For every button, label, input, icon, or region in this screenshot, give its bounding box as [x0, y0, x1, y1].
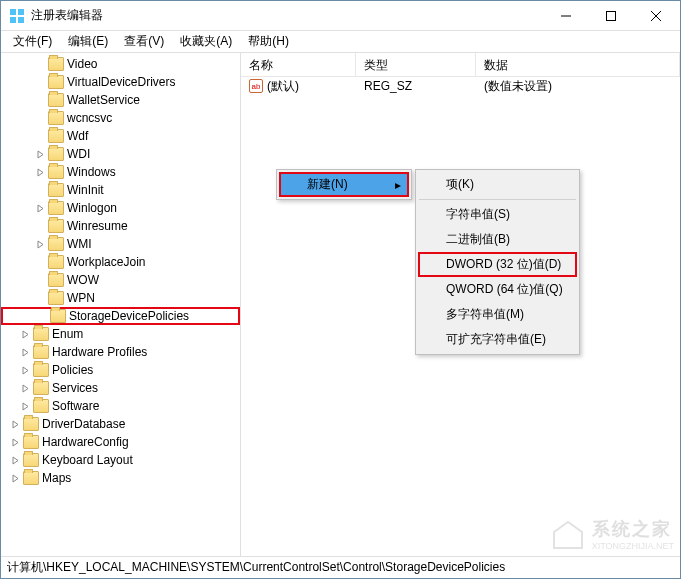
folder-icon [33, 363, 49, 377]
tree-node-video[interactable]: Video [1, 55, 240, 73]
tree-expander-icon[interactable] [7, 434, 23, 450]
tree-node-hardware-profiles[interactable]: Hardware Profiles [1, 343, 240, 361]
tree-node-windows[interactable]: Windows [1, 163, 240, 181]
col-name[interactable]: 名称 [241, 53, 356, 76]
submenu-item[interactable]: DWORD (32 位)值(D) [418, 252, 577, 277]
submenu-item[interactable]: 二进制值(B) [418, 227, 577, 252]
menu-edit[interactable]: 编辑(E) [60, 31, 116, 52]
value-type: REG_SZ [356, 79, 476, 93]
tree-label: Hardware Profiles [52, 345, 147, 359]
tree-node-wcncsvc[interactable]: wcncsvc [1, 109, 240, 127]
tree-node-winresume[interactable]: Winresume [1, 217, 240, 235]
submenu-item[interactable]: 可扩充字符串值(E) [418, 327, 577, 352]
tree-expander-icon[interactable] [17, 362, 33, 378]
tree-expander-icon[interactable] [32, 236, 48, 252]
tree-node-walletservice[interactable]: WalletService [1, 91, 240, 109]
folder-icon [48, 201, 64, 215]
folder-icon [33, 345, 49, 359]
tree-node-virtualdevicedrivers[interactable]: VirtualDeviceDrivers [1, 73, 240, 91]
tree-label: VirtualDeviceDrivers [67, 75, 175, 89]
tree-expander-icon[interactable] [7, 452, 23, 468]
tree-node-enum[interactable]: Enum [1, 325, 240, 343]
context-menu: 新建(N) ▸ 项(K)字符串值(S)二进制值(B)DWORD (32 位)值(… [276, 169, 412, 200]
tree-node-maps[interactable]: Maps [1, 469, 240, 487]
tree-expander-icon [32, 110, 48, 126]
tree-expander-icon[interactable] [17, 380, 33, 396]
tree-node-policies[interactable]: Policies [1, 361, 240, 379]
maximize-button[interactable] [588, 1, 633, 30]
tree-node-wow[interactable]: WOW [1, 271, 240, 289]
submenu-new: 项(K)字符串值(S)二进制值(B)DWORD (32 位)值(D)QWORD … [415, 169, 580, 355]
tree-label: Software [52, 399, 99, 413]
svg-rect-1 [18, 9, 24, 15]
tree-expander-icon[interactable] [17, 344, 33, 360]
tree-label: WOW [67, 273, 99, 287]
tree-node-wininit[interactable]: WinInit [1, 181, 240, 199]
menu-help[interactable]: 帮助(H) [240, 31, 297, 52]
tree-node-wmi[interactable]: WMI [1, 235, 240, 253]
tree-expander-icon [32, 74, 48, 90]
tree-expander-icon[interactable] [32, 146, 48, 162]
tree-node-services[interactable]: Services [1, 379, 240, 397]
folder-icon [23, 453, 39, 467]
svg-rect-2 [10, 17, 16, 23]
tree-label: WalletService [67, 93, 140, 107]
ctx-new[interactable]: 新建(N) ▸ [279, 172, 409, 197]
submenu-item[interactable]: 字符串值(S) [418, 202, 577, 227]
minimize-button[interactable] [543, 1, 588, 30]
tree-label: Keyboard Layout [42, 453, 133, 467]
tree-node-software[interactable]: Software [1, 397, 240, 415]
tree-expander-icon[interactable] [17, 326, 33, 342]
tree-label: wcncsvc [67, 111, 112, 125]
tree-node-wpn[interactable]: WPN [1, 289, 240, 307]
col-data[interactable]: 数据 [476, 53, 680, 76]
tree-expander-icon[interactable] [32, 200, 48, 216]
close-button[interactable] [633, 1, 678, 30]
tree-expander-icon[interactable] [17, 398, 33, 414]
tree-label: WDI [67, 147, 90, 161]
tree-node-wdf[interactable]: Wdf [1, 127, 240, 145]
menu-view[interactable]: 查看(V) [116, 31, 172, 52]
tree-label: WMI [67, 237, 92, 251]
tree-expander-icon [32, 218, 48, 234]
folder-icon [23, 471, 39, 485]
tree-node-workplacejoin[interactable]: WorkplaceJoin [1, 253, 240, 271]
tree-expander-icon [32, 92, 48, 108]
tree-expander-icon[interactable] [7, 470, 23, 486]
col-type[interactable]: 类型 [356, 53, 476, 76]
submenu-item[interactable]: 多字符串值(M) [418, 302, 577, 327]
tree-label: Video [67, 57, 97, 71]
chevron-right-icon: ▸ [395, 178, 401, 192]
tree-expander-icon [32, 182, 48, 198]
list-row-default[interactable]: ab (默认) REG_SZ (数值未设置) [241, 77, 680, 95]
tree-expander-icon [32, 56, 48, 72]
menu-file[interactable]: 文件(F) [5, 31, 60, 52]
folder-icon [48, 165, 64, 179]
folder-icon [48, 219, 64, 233]
tree-panel[interactable]: VideoVirtualDeviceDriversWalletServicewc… [1, 53, 241, 556]
titlebar: 注册表编辑器 [1, 1, 680, 31]
value-data: (数值未设置) [476, 78, 560, 95]
folder-icon [33, 327, 49, 341]
tree-expander-icon[interactable] [32, 164, 48, 180]
status-path: 计算机\HKEY_LOCAL_MACHINE\SYSTEM\CurrentCon… [7, 559, 505, 576]
tree-expander-icon [32, 272, 48, 288]
tree-node-winlogon[interactable]: Winlogon [1, 199, 240, 217]
tree-node-driverdatabase[interactable]: DriverDatabase [1, 415, 240, 433]
tree-node-wdi[interactable]: WDI [1, 145, 240, 163]
tree-expander-icon[interactable] [7, 416, 23, 432]
submenu-item[interactable]: QWORD (64 位)值(Q) [418, 277, 577, 302]
folder-icon [48, 57, 64, 71]
tree-node-hardwareconfig[interactable]: HardwareConfig [1, 433, 240, 451]
list-header: 名称 类型 数据 [241, 53, 680, 77]
tree-label: Maps [42, 471, 71, 485]
tree-expander-icon [32, 254, 48, 270]
menu-favorites[interactable]: 收藏夹(A) [172, 31, 240, 52]
tree-node-keyboard-layout[interactable]: Keyboard Layout [1, 451, 240, 469]
submenu-item[interactable]: 项(K) [418, 172, 577, 197]
tree-node-storagedevicepolicies[interactable]: StorageDevicePolicies [1, 307, 240, 325]
menubar: 文件(F) 编辑(E) 查看(V) 收藏夹(A) 帮助(H) [1, 31, 680, 53]
tree-expander-icon [32, 290, 48, 306]
tree-label: WorkplaceJoin [67, 255, 145, 269]
tree-label: WPN [67, 291, 95, 305]
